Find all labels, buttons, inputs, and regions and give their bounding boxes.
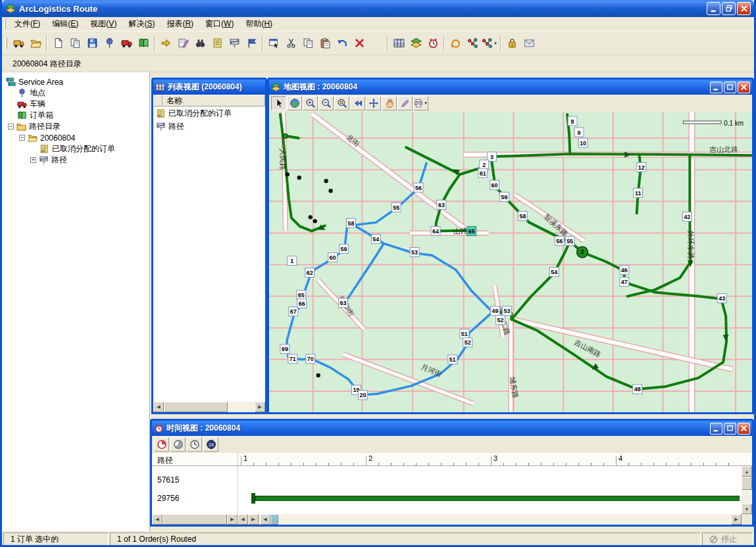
scroll-up-button[interactable]: ▲ [742, 466, 752, 477]
tree-node[interactable]: +路径 [2, 155, 149, 166]
map-layers-button[interactable] [407, 34, 424, 52]
stop-marker[interactable]: 71 [288, 354, 297, 364]
paste-special-button[interactable] [368, 34, 385, 52]
stop-marker[interactable]: 60 [490, 180, 499, 189]
stop-marker[interactable]: 60 [328, 252, 338, 262]
close-button[interactable] [738, 82, 750, 93]
tree-node[interactable]: Service Area [2, 76, 149, 87]
vehicle-marker[interactable]: 2 [577, 247, 588, 258]
stop-marker[interactable]: 66 [297, 299, 307, 308]
stop-marker[interactable]: 8 [568, 116, 577, 126]
map-tool-zoom-fixed[interactable] [334, 96, 349, 110]
map-tool-globe[interactable] [287, 96, 302, 110]
undo-button[interactable] [334, 34, 351, 52]
copy-button[interactable] [299, 34, 316, 52]
time-tool-clock-1[interactable] [187, 437, 202, 452]
route-sign-button[interactable] [226, 34, 243, 52]
stop-marker[interactable]: 47 [620, 277, 629, 287]
stop-marker[interactable]: 67 [289, 307, 298, 316]
scroll-left-button[interactable]: ◀ [153, 402, 164, 412]
stop-marker[interactable]: 65 [467, 226, 476, 235]
stop-marker[interactable]: 10 [578, 138, 588, 147]
tree-node[interactable]: 地点 [2, 87, 149, 99]
properties-button[interactable] [265, 34, 282, 52]
edit-note-button[interactable] [174, 34, 191, 52]
stop-marker[interactable]: 59 [500, 192, 509, 201]
truck-new-button[interactable] [10, 34, 27, 52]
lock-button[interactable] [503, 34, 520, 52]
import-button[interactable] [157, 34, 174, 52]
stop-marker[interactable]: 51 [448, 355, 457, 364]
stop-marker[interactable]: 48 [633, 385, 642, 394]
stop-marker[interactable]: 69 [280, 345, 290, 354]
stop-marker[interactable]: 2 [480, 160, 489, 169]
route-row-label[interactable]: 29756 [157, 494, 179, 503]
stop-marker[interactable]: 9 [574, 128, 584, 137]
scroll-thumb[interactable] [164, 402, 228, 412]
scroll-thumb[interactable] [742, 477, 752, 490]
stop-marker[interactable]: 12 [637, 162, 646, 172]
map-view-titlebar[interactable]: 地图视图 : 20060804 [269, 80, 752, 95]
tree-node[interactable]: −20060804 [2, 132, 149, 143]
time-tool-clock-q[interactable] [154, 437, 169, 452]
menu-item[interactable]: 窗口(W) [199, 16, 239, 32]
book-green-button[interactable] [135, 34, 152, 52]
toolbar-grip[interactable] [5, 37, 7, 49]
list-item[interactable]: 路径 [153, 120, 265, 133]
binoculars-button[interactable] [191, 34, 209, 52]
time-tool-clock-24[interactable]: 24 [203, 437, 218, 452]
stop-marker[interactable]: 49 [491, 306, 500, 316]
menu-item[interactable]: 文件(F) [9, 16, 46, 32]
map-tool-zoom-out[interactable] [318, 96, 334, 110]
close-button[interactable] [738, 423, 750, 435]
maximize-button[interactable] [724, 423, 736, 435]
restore-button[interactable] [722, 2, 736, 15]
table-blue-button[interactable] [390, 34, 407, 52]
stop-marker[interactable]: 65 [297, 291, 306, 300]
scroll-thumb[interactable] [163, 514, 227, 525]
map-tool-pan-four[interactable] [366, 96, 381, 110]
unassigned-stop-dot[interactable] [324, 179, 328, 183]
stop-marker[interactable]: 56 [414, 183, 423, 192]
time-view-titlebar[interactable]: 时间视图 : 20060804 [152, 421, 752, 436]
stop-marker[interactable]: 62 [305, 268, 315, 277]
stop-marker[interactable]: 63 [437, 200, 446, 209]
unassigned-stop-dot[interactable] [309, 215, 313, 219]
unassigned-stop-dot[interactable] [316, 373, 320, 377]
scroll-track[interactable] [164, 402, 255, 412]
stop-marker[interactable]: 59 [340, 244, 349, 253]
stop-marker[interactable]: 42 [682, 212, 692, 221]
depot-dot[interactable] [283, 134, 288, 139]
net2-button[interactable]: ▼ [481, 34, 498, 52]
list-hscrollbar[interactable]: ◀ ▶ [153, 402, 265, 412]
minimize-button[interactable] [707, 2, 720, 15]
stop-marker[interactable]: 46 [620, 266, 629, 275]
pane-left-button[interactable]: ◀ [238, 514, 248, 525]
stop-marker[interactable]: 55 [391, 202, 401, 212]
route-row-label[interactable]: 57615 [157, 475, 179, 485]
maximize-button[interactable] [724, 82, 736, 93]
truck-red-button[interactable] [118, 34, 135, 52]
tree-node[interactable]: 车辆 [2, 99, 149, 110]
stop-marker[interactable]: 63 [339, 298, 348, 308]
scroll-left-button[interactable]: ◀ [152, 514, 163, 525]
time-vscrollbar[interactable]: ▲ ▼ [742, 466, 752, 514]
save-button[interactable] [84, 34, 101, 52]
tree-expander[interactable]: + [30, 157, 36, 163]
stop-marker[interactable]: 52 [463, 338, 472, 347]
map-tool-pencil[interactable] [397, 96, 413, 110]
order-sheet-button[interactable] [209, 34, 226, 52]
stop-marker[interactable]: 20 [358, 391, 367, 400]
scroll-down-button[interactable]: ▼ [742, 504, 752, 514]
unassigned-stop-dot[interactable] [286, 172, 290, 176]
close-button[interactable] [737, 2, 751, 15]
stop-marker[interactable]: 51 [460, 329, 469, 339]
stop-marker[interactable]: 54 [549, 268, 559, 277]
list-column-name[interactable]: 名称 [163, 95, 265, 107]
menu-item[interactable]: 视图(V) [84, 16, 122, 32]
menu-item[interactable]: 解决(S) [122, 16, 161, 32]
menu-item[interactable]: 编辑(E) [46, 16, 84, 32]
unassigned-stop-dot[interactable] [313, 219, 317, 223]
map-tool-cursor[interactable] [271, 96, 286, 110]
tree-node[interactable]: −路径目录 [2, 121, 149, 132]
